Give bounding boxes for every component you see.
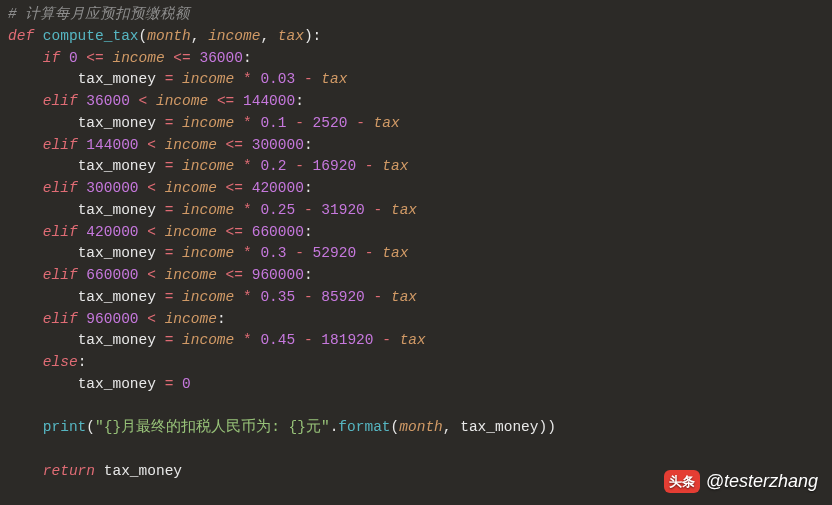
watermark: 头条 @testerzhang (664, 468, 818, 495)
watermark-handle: @testerzhang (706, 468, 818, 495)
code-editor[interactable]: # 计算每月应预扣预缴税额 def compute_tax(month, inc… (8, 4, 824, 483)
watermark-badge: 头条 (664, 470, 700, 494)
